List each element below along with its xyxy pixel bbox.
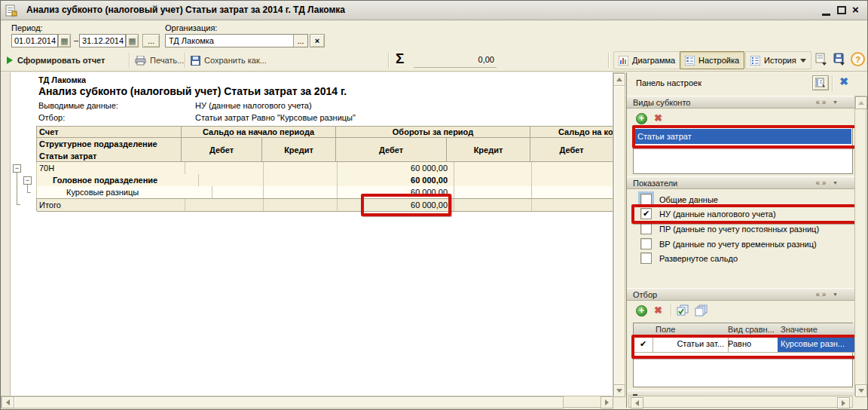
organization-value: ТД Лакомка [166, 36, 293, 45]
checkbox-row[interactable]: Развернутое сальдо [640, 252, 738, 264]
history-button[interactable]: История [745, 51, 811, 69]
clear-all-flags-icon[interactable] [695, 304, 708, 317]
subheader-credit: Кредит [447, 138, 530, 162]
column-header-cost-items: Статьи затрат [36, 150, 182, 162]
section-title: Виды субконто [633, 98, 690, 107]
organization-more-button[interactable]: ... [293, 35, 307, 47]
subheader-debit: Дебет [182, 138, 262, 162]
separator [671, 304, 671, 317]
date-from-input[interactable]: 01.01.2014 [11, 34, 58, 47]
section-header-subkonto[interactable]: Виды субконто « » ▼ [627, 96, 854, 109]
organization-clear-icon[interactable]: × [310, 34, 325, 47]
panel-vertical-scrollbar[interactable] [854, 96, 866, 396]
scroll-left-icon[interactable] [631, 397, 643, 408]
subkonto-listbox[interactable]: Статьи затрат [633, 127, 853, 174]
checkbox-icon[interactable] [640, 223, 652, 234]
checkbox-row[interactable]: ✔ НУ (данные налогового учета) [640, 208, 776, 219]
panel-horizontal-scrollbar[interactable] [628, 396, 853, 408]
report-margin-column [1, 72, 11, 396]
generate-report-button[interactable]: Сформировать отчет [7, 51, 105, 69]
filter-row-comparison[interactable]: Равно [725, 336, 781, 353]
row-label: Итого [37, 199, 185, 212]
checkbox-row[interactable]: Общие данные [640, 194, 718, 205]
filter-row-field[interactable]: Статьи зат... [653, 336, 729, 353]
calendar-icon[interactable]: ▦ [58, 34, 71, 47]
settings-panel-title: Панель настроек [636, 78, 701, 87]
checkbox-row[interactable]: ВР (данные по учету временных разниц) [640, 238, 817, 249]
diagram-button[interactable]: Диаграмма [613, 51, 680, 69]
date-from-value: 01.01.2014 [14, 36, 56, 45]
save-as-button[interactable]: Сохранить как... [191, 51, 267, 69]
set-all-flags-icon[interactable] [677, 304, 689, 317]
date-to-input[interactable]: 31.12.2014 [79, 34, 126, 47]
settings-label: Настройка [698, 56, 739, 65]
scroll-right-icon[interactable] [837, 397, 850, 408]
filter-bar: Период: 01.01.2014 ▦ – 31.12.2014 ▦ ... … [1, 20, 867, 49]
checkbox-row[interactable]: ПР (данные по учету постоянных разниц) [640, 223, 819, 234]
sum-value-field: 0,00 [414, 53, 497, 68]
grid-header-value[interactable]: Значение [778, 323, 855, 337]
section-controls[interactable]: « » ▼ [815, 177, 838, 188]
delete-icon[interactable]: ✖ [654, 304, 662, 316]
table-row[interactable]: 70Н 60 000,00 [36, 162, 613, 174]
add-icon[interactable]: + [636, 113, 647, 124]
collapse-group-icon[interactable]: − [23, 176, 32, 185]
settings-button[interactable]: Настройка [680, 51, 744, 69]
scroll-down-icon[interactable] [613, 384, 625, 397]
diagram-label: Диаграмма [632, 56, 675, 65]
table-row[interactable]: Курсовые разницы 60 000,00 [36, 186, 613, 198]
report-horizontal-scrollbar[interactable] [1, 396, 613, 408]
generate-report-label: Сформировать отчет [17, 56, 105, 65]
scroll-up-icon[interactable] [855, 96, 867, 109]
scroll-up-icon[interactable] [613, 73, 625, 86]
organization-input[interactable]: ТД Лакомка ... [165, 34, 308, 47]
help-button[interactable]: ? [851, 52, 865, 66]
add-icon[interactable]: + [636, 305, 647, 317]
separator [388, 53, 389, 68]
minimize-button[interactable] [822, 14, 830, 16]
checkbox-icon[interactable] [640, 252, 652, 264]
period-more-button[interactable]: ... [142, 34, 160, 47]
list-item-selected[interactable]: Статьи затрат [634, 129, 851, 144]
calendar-icon[interactable]: ▦ [126, 34, 139, 47]
row-label: 70Н [37, 162, 185, 175]
checkbox-icon[interactable]: ✔ [640, 208, 652, 219]
scroll-left-icon[interactable] [2, 396, 14, 408]
checkbox-label: ВР (данные по учету временных разниц) [659, 240, 817, 249]
section-controls[interactable]: « » ▼ [815, 96, 838, 108]
panel-properties-button[interactable] [812, 75, 829, 90]
meta-label: Отбор: [38, 113, 65, 122]
section-header-filter[interactable]: Отбор « » ▼ [627, 288, 854, 301]
section-header-indicators[interactable]: Показатели « » ▼ [627, 176, 854, 189]
section-controls[interactable]: « » ▼ [815, 289, 838, 300]
play-icon [7, 57, 13, 64]
panel-close-icon[interactable]: ✖ [836, 75, 851, 90]
grid-header-field[interactable]: Поле [653, 323, 728, 337]
date-to-value: 31.12.2014 [82, 36, 124, 45]
table-row-total[interactable]: Итого 60 000,00 [36, 198, 613, 211]
window-title: Анализ субконто (налоговый учет) Статьи … [26, 1, 704, 20]
scrollbar-thumb[interactable] [613, 85, 625, 385]
checkbox-label: Развернутое сальдо [659, 254, 738, 263]
scrollbar-thumb[interactable] [14, 396, 564, 408]
collapse-group-icon[interactable]: − [13, 164, 21, 173]
scroll-down-icon[interactable] [855, 384, 867, 397]
load-settings-button[interactable] [815, 53, 830, 68]
filter-row-value[interactable]: Курсовые разн... [778, 336, 855, 353]
scroll-right-icon[interactable] [601, 396, 613, 408]
checkbox-icon[interactable] [640, 238, 652, 249]
grid-header-comparison[interactable]: Вид сравн... [725, 323, 781, 337]
close-button[interactable]: × [852, 3, 859, 16]
filter-grid[interactable]: Поле Вид сравн... Значение ✔ Статьи зат.… [633, 323, 853, 387]
filter-row-checkbox-icon[interactable]: ✔ [634, 336, 653, 353]
maximize-button[interactable] [837, 6, 846, 14]
table-row[interactable]: Головное подразделение 60 000,00 [36, 174, 613, 186]
print-button[interactable]: Печать... [135, 51, 184, 69]
checkbox-icon[interactable] [640, 194, 652, 205]
report-canvas: − − ТД Лакомка Анализ субконто (налоговы… [1, 72, 613, 396]
sigma-icon[interactable]: Σ [396, 50, 404, 67]
delete-icon[interactable]: ✖ [654, 112, 662, 124]
separator [185, 53, 185, 68]
save-settings-button[interactable] [833, 53, 848, 68]
report-vertical-scrollbar[interactable] [613, 72, 625, 396]
